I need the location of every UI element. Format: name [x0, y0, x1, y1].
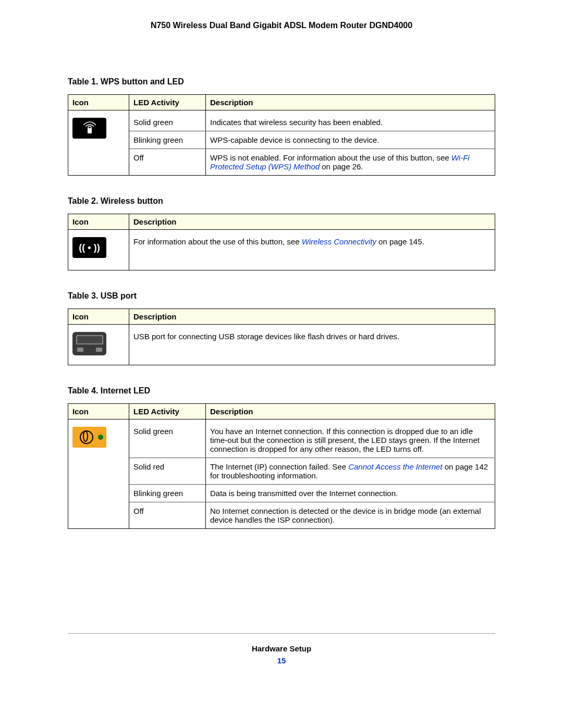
table-cell: The Internet (IP) connection failed. See… [206, 458, 495, 485]
th-icon: Icon [68, 214, 129, 230]
th-description: Description [206, 95, 495, 110]
footer-divider [68, 633, 495, 634]
text: on page 26. [320, 162, 363, 171]
text: For information about the use of this bu… [133, 237, 302, 246]
th-description: Description [129, 214, 495, 230]
table-cell: WPS is not enabled. For information abou… [206, 149, 495, 176]
table4: Icon LED Activity Description Solid gree… [68, 403, 495, 529]
usb-icon [72, 332, 106, 355]
table4-caption: Table 4. Internet LED [68, 386, 495, 396]
table-cell: No Internet connection is detected or th… [206, 502, 495, 529]
wps-icon [72, 118, 106, 139]
table-cell: USB port for connecting USB storage devi… [129, 325, 495, 365]
wps-icon-cell [68, 110, 129, 176]
internet-icon-cell [68, 419, 129, 529]
wireless-icon: (( • )) [72, 237, 106, 258]
th-activity: LED Activity [129, 95, 206, 110]
page-footer: Hardware Setup 15 [68, 644, 495, 665]
text: on page 145. [376, 237, 424, 246]
th-icon: Icon [68, 95, 129, 110]
table3: Icon Description USB port for connecting… [68, 309, 495, 365]
th-description: Description [129, 309, 495, 325]
internet-icon [72, 427, 106, 448]
table-cell: Off [129, 149, 206, 176]
th-activity: LED Activity [129, 404, 206, 419]
table-cell: WPS-capable device is connecting to the … [206, 131, 495, 149]
link-cannot-access[interactable]: Cannot Access the Internet [348, 462, 442, 471]
footer-section: Hardware Setup [68, 644, 495, 653]
table-cell: Data is being transmitted over the Inter… [206, 485, 495, 502]
table-cell: Blinking green [129, 131, 206, 149]
wireless-icon-cell: (( • )) [68, 230, 129, 270]
text: The Internet (IP) connection failed. See [210, 462, 348, 471]
table2: Icon Description (( • )) For information… [68, 214, 495, 270]
table-cell: Solid red [129, 458, 206, 485]
table3-caption: Table 3. USB port [68, 291, 495, 301]
table2-caption: Table 2. Wireless button [68, 196, 495, 206]
table-cell: Off [129, 502, 206, 529]
th-icon: Icon [68, 404, 129, 419]
footer-page-number: 15 [68, 656, 495, 665]
table1: Icon LED Activity Description Solid gree… [68, 94, 495, 176]
table-cell: You have an Internet connection. If this… [206, 419, 495, 458]
table-cell: Blinking green [129, 485, 206, 502]
text: WPS is not enabled. For information abou… [210, 153, 451, 162]
table-cell: For information about the use of this bu… [129, 230, 495, 270]
th-icon: Icon [68, 309, 129, 325]
table1-caption: Table 1. WPS button and LED [68, 77, 495, 87]
table-cell: Solid green [129, 110, 206, 131]
link-wireless-connectivity[interactable]: Wireless Connectivity [302, 237, 376, 246]
th-description: Description [206, 404, 495, 419]
table-cell: Indicates that wireless security has bee… [206, 110, 495, 131]
table-cell: Solid green [129, 419, 206, 458]
usb-icon-cell [68, 325, 129, 365]
document-title: N750 Wireless Dual Band Gigabit ADSL Mod… [68, 21, 495, 30]
